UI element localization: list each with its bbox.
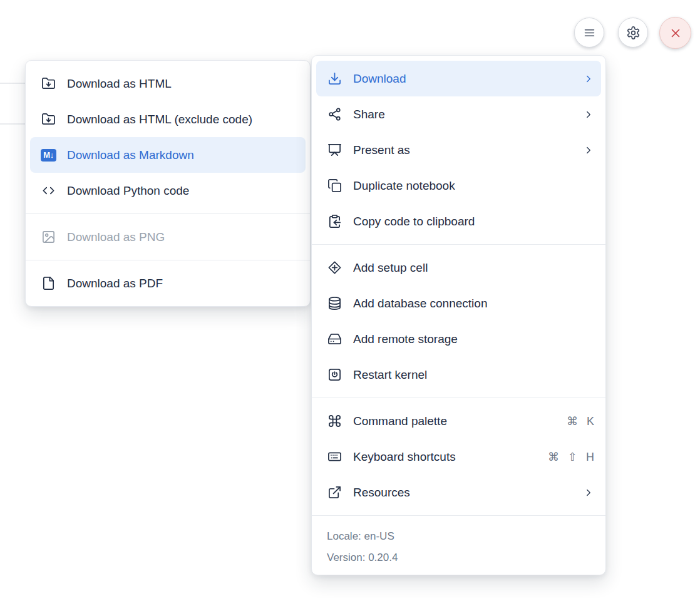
folder-down-icon [41, 112, 56, 126]
settings-button[interactable] [618, 18, 648, 48]
external-link-icon [327, 485, 342, 500]
keyboard-icon [327, 449, 342, 464]
file-icon [41, 276, 56, 290]
database-icon [327, 296, 342, 311]
menu-item-duplicate-notebook[interactable]: Duplicate notebook [312, 168, 605, 203]
menu-item-add-setup-cell[interactable]: Add setup cell [312, 250, 605, 285]
menu-item-label: Download as HTML (exclude code) [67, 113, 299, 126]
menu-item-label: Download as PDF [67, 277, 299, 290]
shortcut-hint: ⌘ ⇧ H [548, 450, 594, 464]
menu-item-download[interactable]: Download [316, 61, 601, 96]
menu-separator [26, 213, 310, 214]
menu-separator [312, 398, 605, 398]
menu-item-download-python-code[interactable]: Download Python code [26, 173, 310, 208]
hard-drive-icon [327, 332, 342, 346]
menu-item-label: Present as [353, 143, 572, 157]
menu-item-label: Download Python code [67, 184, 299, 198]
menu-item-label: Share [353, 108, 572, 121]
shortcut-hint: ⌘ K [567, 414, 594, 428]
menu-item-label: Duplicate notebook [353, 179, 594, 193]
chevron-right-icon [583, 487, 594, 498]
menu-item-label: Keyboard shortcuts [353, 450, 537, 464]
menu-item-command-palette[interactable]: Command palette ⌘ K [312, 403, 605, 439]
menu-item-label: Add setup cell [353, 261, 594, 275]
clipboard-copy-icon [327, 214, 342, 228]
close-icon [669, 26, 682, 40]
menu-item-download-as-html[interactable]: Download as HTML [26, 66, 310, 101]
menu-item-label: Restart kernel [353, 368, 594, 382]
menu-item-keyboard-shortcuts[interactable]: Keyboard shortcuts ⌘ ⇧ H [312, 439, 605, 475]
image-icon [41, 230, 56, 244]
menu-item-label: Copy code to clipboard [353, 215, 594, 228]
background-cell-border [0, 83, 26, 84]
power-square-icon [327, 367, 342, 382]
chevron-right-icon [583, 73, 594, 85]
menu-item-label: Resources [353, 486, 572, 500]
menu-item-download-as-html-exclude-code[interactable]: Download as HTML (exclude code) [26, 101, 310, 137]
share-icon [327, 107, 342, 121]
menu-item-label: Command palette [353, 414, 556, 428]
menu-item-add-remote-storage[interactable]: Add remote storage [312, 321, 605, 357]
menu-item-download-as-pdf[interactable]: Download as PDF [26, 265, 310, 301]
chevron-right-icon [583, 145, 594, 156]
hamburger-icon [583, 26, 596, 39]
version-text: Version: 0.20.4 [327, 547, 590, 568]
chevron-right-icon [583, 109, 594, 120]
menu-item-copy-code-to-clipboard[interactable]: Copy code to clipboard [312, 203, 605, 239]
folder-down-icon [41, 76, 56, 91]
presentation-icon [327, 143, 342, 157]
diamond-plus-icon [327, 260, 342, 275]
close-app-button[interactable] [659, 17, 691, 49]
menu-item-label: Download as HTML [67, 77, 299, 91]
command-icon [327, 414, 342, 428]
menu-separator [312, 244, 605, 245]
menu-item-download-as-markdown[interactable]: M↓ Download as Markdown [30, 137, 306, 173]
copy-icon [327, 178, 342, 193]
menu-separator [26, 260, 310, 260]
menu-item-share[interactable]: Share [312, 96, 605, 132]
menu-item-label: Download as PNG [67, 230, 299, 244]
menu-item-add-database-connection[interactable]: Add database connection [312, 285, 605, 321]
markdown-badge-icon: M↓ [41, 149, 56, 162]
menu-item-download-as-png: Download as PNG [26, 219, 310, 255]
background-cell-border [0, 123, 26, 125]
menu-item-label: Download as Markdown [67, 148, 299, 162]
menu-item-resources[interactable]: Resources [312, 475, 605, 510]
menu-separator [312, 515, 605, 516]
menu-footer: Locale: en-US Version: 0.20.4 [312, 521, 605, 570]
notebook-actions-menu: Download Share Present as Duplicate note… [311, 55, 606, 575]
download-icon [327, 71, 342, 86]
locale-text: Locale: en-US [327, 526, 590, 547]
menu-item-label: Download [353, 72, 572, 86]
menu-item-restart-kernel[interactable]: Restart kernel [312, 357, 605, 393]
code-icon [41, 183, 56, 198]
gear-icon [626, 26, 641, 40]
menu-item-present-as[interactable]: Present as [312, 132, 605, 168]
notebook-menu-button[interactable] [574, 18, 604, 48]
download-submenu: Download as HTML Download as HTML (exclu… [25, 60, 311, 307]
menu-item-label: Add remote storage [353, 332, 594, 346]
menu-item-label: Add database connection [353, 297, 594, 311]
